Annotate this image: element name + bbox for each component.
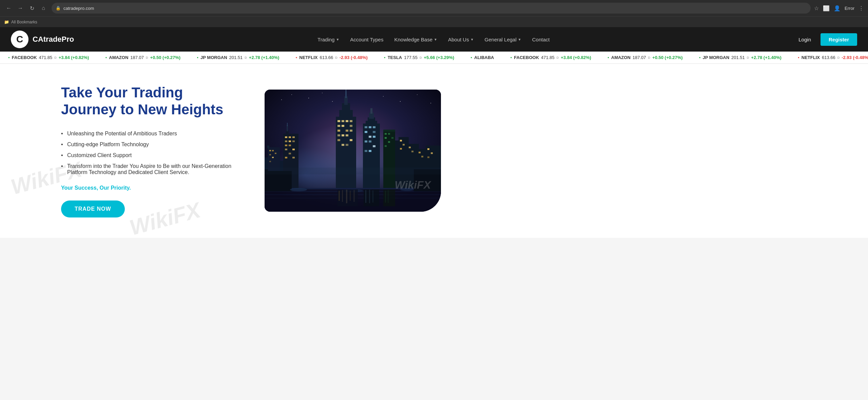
svg-rect-73 [365,140,367,142]
svg-point-129 [332,101,333,102]
svg-rect-37 [292,157,295,158]
svg-point-125 [281,99,282,100]
knowledge-dropdown-icon: ▼ [434,38,437,41]
svg-rect-114 [346,190,347,203]
city-skyline-svg [265,90,441,212]
svg-rect-42 [345,91,347,98]
svg-rect-67 [369,126,371,128]
svg-rect-113 [342,190,343,202]
trading-dropdown-icon: ▼ [336,38,339,41]
svg-point-130 [383,96,384,97]
svg-rect-29 [289,140,291,142]
svg-rect-25 [285,136,287,138]
back-button[interactable]: ← [4,3,14,13]
svg-rect-124 [265,168,441,174]
svg-rect-50 [350,125,352,127]
svg-rect-95 [431,152,433,154]
svg-rect-69 [365,131,367,133]
menu-icon[interactable]: ⋮ [859,5,864,12]
svg-rect-54 [337,134,340,136]
svg-rect-70 [373,131,375,133]
svg-rect-112 [339,191,340,201]
ticker-item-amazon: ● AMAZON 187.07 D +0.50 (+0.27%) [97,55,189,60]
main-nav: Trading ▼ Account Types Knowledge Base ▼… [313,34,554,45]
home-button[interactable]: ⌂ [39,3,48,13]
svg-rect-38 [336,117,356,188]
ticker-bar: ● FACEBOOK 471.85 D +3.84 (+0.82%) ● AMA… [0,52,868,64]
register-button[interactable]: Register [821,33,857,46]
star-icon[interactable]: ☆ [814,5,819,12]
svg-rect-60 [346,144,348,146]
hero-image: WikiFX [265,90,441,212]
header-actions: Login Register [793,33,857,46]
bookmarks-label: All Bookmarks [11,20,37,24]
svg-rect-96 [427,156,429,158]
svg-rect-36 [285,157,287,158]
nav-trading[interactable]: Trading ▼ [313,34,344,45]
svg-rect-48 [337,125,340,127]
svg-point-127 [308,98,309,98]
svg-rect-45 [342,120,344,122]
hero-bullets: Unleashing the Potential of Ambitious Tr… [61,131,237,175]
ticker-dot-jpmorgan: ● [197,56,198,59]
svg-rect-30 [292,140,295,142]
svg-rect-88 [403,144,405,146]
svg-rect-33 [285,149,287,150]
svg-rect-90 [409,147,411,148]
svg-rect-122 [369,190,370,203]
svg-rect-123 [372,190,373,203]
svg-rect-115 [350,191,351,201]
svg-rect-93 [421,156,423,157]
reload-button[interactable]: ↻ [27,3,37,13]
svg-rect-58 [350,139,352,141]
legal-dropdown-icon: ▼ [518,38,521,41]
trade-now-button[interactable]: TRADE NOW [61,201,125,217]
svg-rect-31 [285,145,287,146]
bullet-3: Customized Client Support [61,152,237,158]
svg-rect-52 [346,130,348,132]
logo-text: CAtradePro [33,35,74,44]
ticker-track: ● FACEBOOK 471.85 D +3.84 (+0.82%) ● AMA… [0,55,868,60]
address-bar[interactable]: 🔒 catradepro.com [52,3,811,14]
browser-nav-buttons: ← → ↻ ⌂ [4,3,48,13]
svg-rect-15 [269,150,271,151]
ticker-item-facebook: ● FACEBOOK 471.85 D +3.84 (+0.82%) [0,55,97,60]
svg-rect-102 [391,137,393,139]
svg-rect-14 [267,146,269,148]
svg-rect-51 [337,130,340,132]
svg-rect-87 [400,140,402,141]
profile-icon[interactable]: 👤 [834,5,841,12]
logo-area[interactable]: C CAtradePro [11,31,74,48]
svg-rect-77 [369,150,371,152]
svg-rect-49 [342,125,344,127]
svg-rect-20 [269,161,271,162]
svg-point-133 [430,103,431,103]
svg-rect-66 [365,126,367,128]
extensions-icon[interactable]: ⬜ [823,5,830,12]
svg-rect-46 [346,120,348,122]
svg-rect-34 [292,149,295,150]
login-button[interactable]: Login [793,34,816,45]
nav-about-us[interactable]: About Us ▼ [443,34,479,45]
svg-rect-98 [383,130,395,132]
svg-rect-103 [388,141,390,143]
svg-rect-99 [385,133,387,135]
svg-rect-94 [427,148,429,150]
svg-rect-76 [365,150,367,152]
ticker-item-jpmorgan-2: ● JP MORGAN 201.51 D +2.78 (+1.40%) [691,55,790,60]
nav-account-types[interactable]: Account Types [345,34,388,45]
nav-knowledge-base[interactable]: Knowledge Base ▼ [389,34,442,45]
nav-contact[interactable]: Contact [527,34,555,45]
svg-rect-28 [285,140,287,142]
ticker-item-jpmorgan: ● JP MORGAN 201.51 D +2.78 (+1.40%) [189,55,287,60]
forward-button[interactable]: → [16,3,25,13]
site-header: C CAtradePro Trading ▼ Account Types Kno… [0,27,868,52]
svg-rect-18 [269,154,271,155]
svg-rect-53 [350,130,352,132]
hero-tagline: Your Success, Our Priority. [61,185,237,191]
svg-rect-57 [337,139,340,141]
ticker-item-netflix-2: ● NETFLIX 613.66 D -2.93 (-0.48%) [790,55,868,60]
ticker-dot-facebook: ● [8,56,10,59]
svg-rect-47 [350,120,352,122]
nav-general-legal[interactable]: General Legal ▼ [480,34,526,45]
